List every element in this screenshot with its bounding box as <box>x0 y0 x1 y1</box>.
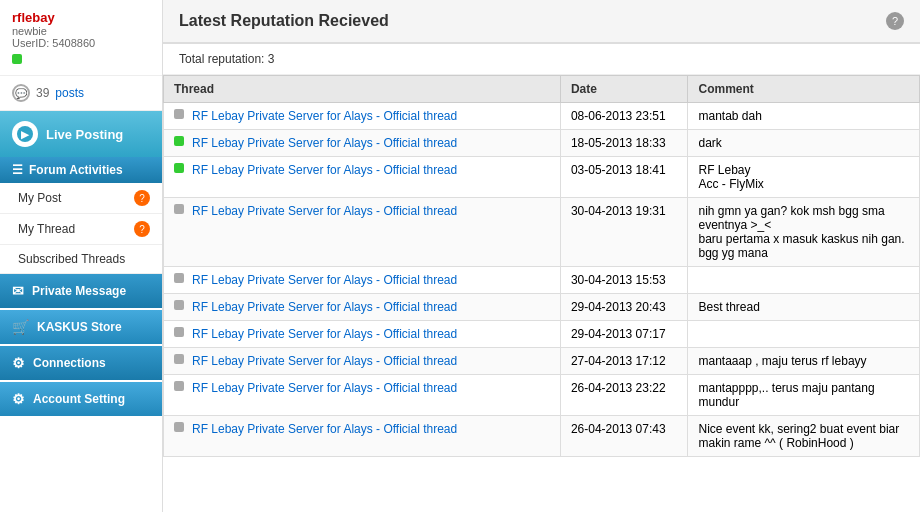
help-icon[interactable]: ? <box>886 12 904 30</box>
status-dot-green <box>12 54 22 64</box>
table-row: RF Lebay Private Server for Alays - Offi… <box>164 198 920 267</box>
thread-link[interactable]: RF Lebay Private Server for Alays - Offi… <box>192 136 457 150</box>
username: rflebay <box>12 10 150 25</box>
rep-dot <box>174 300 184 310</box>
date-cell: 29-04-2013 20:43 <box>560 294 688 321</box>
rep-dot <box>174 327 184 337</box>
account-setting-label: Account Setting <box>33 392 125 406</box>
posts-count: 39 <box>36 86 49 100</box>
private-message-icon: ✉ <box>12 283 24 299</box>
connections-icon: ⚙ <box>12 355 25 371</box>
posts-section: 💬 39 posts <box>0 76 162 111</box>
date-cell: 27-04-2013 17:12 <box>560 348 688 375</box>
kaskus-store-icon: 🛒 <box>12 319 29 335</box>
comment-cell: mantab dah <box>688 103 920 130</box>
sidebar-item-my-thread[interactable]: My Thread ? <box>0 214 162 245</box>
account-setting-button[interactable]: ⚙ Account Setting <box>0 382 162 416</box>
my-post-badge: ? <box>134 190 150 206</box>
kaskus-store-label: KASKUS Store <box>37 320 122 334</box>
live-posting-icon: ▶ <box>12 121 38 147</box>
rep-dot <box>174 422 184 432</box>
connections-label: Connections <box>33 356 106 370</box>
col-comment: Comment <box>688 76 920 103</box>
comment-cell: Best thread <box>688 294 920 321</box>
thread-link[interactable]: RF Lebay Private Server for Alays - Offi… <box>192 109 457 123</box>
thread-link[interactable]: RF Lebay Private Server for Alays - Offi… <box>192 354 457 368</box>
thread-link[interactable]: RF Lebay Private Server for Alays - Offi… <box>192 273 457 287</box>
date-cell: 18-05-2013 18:33 <box>560 130 688 157</box>
connections-button[interactable]: ⚙ Connections <box>0 346 162 380</box>
date-cell: 26-04-2013 23:22 <box>560 375 688 416</box>
comment-cell <box>688 321 920 348</box>
date-cell: 08-06-2013 23:51 <box>560 103 688 130</box>
posts-link[interactable]: posts <box>55 86 84 100</box>
comment-cell: RF LebayAcc - FlyMix <box>688 157 920 198</box>
date-cell: 03-05-2013 18:41 <box>560 157 688 198</box>
table-row: RF Lebay Private Server for Alays - Offi… <box>164 416 920 457</box>
table-row: RF Lebay Private Server for Alays - Offi… <box>164 294 920 321</box>
user-status <box>12 53 150 67</box>
user-role: newbie <box>12 25 150 37</box>
comment-cell: mantapppp,.. terus maju pantang mundur <box>688 375 920 416</box>
my-post-label: My Post <box>18 191 61 205</box>
table-row: RF Lebay Private Server for Alays - Offi… <box>164 267 920 294</box>
table-row: RF Lebay Private Server for Alays - Offi… <box>164 375 920 416</box>
date-cell: 30-04-2013 19:31 <box>560 198 688 267</box>
page-title: Latest Reputation Recieved <box>179 12 389 30</box>
total-reputation: Total reputation: 3 <box>163 44 920 75</box>
rep-dot <box>174 109 184 119</box>
rep-dot <box>174 354 184 364</box>
my-thread-label: My Thread <box>18 222 75 236</box>
forum-activities-header: ☰ Forum Activities <box>0 157 162 183</box>
table-row: RF Lebay Private Server for Alays - Offi… <box>164 321 920 348</box>
live-posting-icon-inner: ▶ <box>17 126 33 142</box>
thread-link[interactable]: RF Lebay Private Server for Alays - Offi… <box>192 300 457 314</box>
posts-icon: 💬 <box>12 84 30 102</box>
table-row: RF Lebay Private Server for Alays - Offi… <box>164 130 920 157</box>
sidebar-item-subscribed-threads[interactable]: Subscribed Threads <box>0 245 162 274</box>
rep-dot <box>174 381 184 391</box>
date-cell: 30-04-2013 15:53 <box>560 267 688 294</box>
table-row: RF Lebay Private Server for Alays - Offi… <box>164 103 920 130</box>
kaskus-store-button[interactable]: 🛒 KASKUS Store <box>0 310 162 344</box>
live-posting-label: Live Posting <box>46 127 123 142</box>
my-thread-badge: ? <box>134 221 150 237</box>
table-row: RF Lebay Private Server for Alays - Offi… <box>164 348 920 375</box>
thread-link[interactable]: RF Lebay Private Server for Alays - Offi… <box>192 327 457 341</box>
col-thread: Thread <box>164 76 561 103</box>
account-setting-icon: ⚙ <box>12 391 25 407</box>
rep-dot <box>174 136 184 146</box>
main-content: Latest Reputation Recieved ? Total reput… <box>163 0 920 512</box>
user-info: rflebay newbie UserID: 5408860 <box>0 0 162 76</box>
col-date: Date <box>560 76 688 103</box>
main-header: Latest Reputation Recieved ? <box>163 0 920 44</box>
comment-cell: dark <box>688 130 920 157</box>
rep-dot <box>174 204 184 214</box>
comment-cell: mantaaap , maju terus rf lebayy <box>688 348 920 375</box>
date-cell: 26-04-2013 07:43 <box>560 416 688 457</box>
comment-cell <box>688 267 920 294</box>
date-cell: 29-04-2013 07:17 <box>560 321 688 348</box>
user-id: UserID: 5408860 <box>12 37 150 49</box>
reputation-table: Thread Date Comment RF Lebay Private Ser… <box>163 75 920 457</box>
table-row: RF Lebay Private Server for Alays - Offi… <box>164 157 920 198</box>
comment-cell: Nice event kk, sering2 buat event biar m… <box>688 416 920 457</box>
thread-link[interactable]: RF Lebay Private Server for Alays - Offi… <box>192 163 457 177</box>
live-posting-button[interactable]: ▶ Live Posting <box>0 111 162 157</box>
sidebar: rflebay newbie UserID: 5408860 💬 39 post… <box>0 0 163 512</box>
subscribed-threads-label: Subscribed Threads <box>18 252 125 266</box>
comment-cell: nih gmn ya gan? kok msh bgg sma eventnya… <box>688 198 920 267</box>
thread-link[interactable]: RF Lebay Private Server for Alays - Offi… <box>192 422 457 436</box>
thread-link[interactable]: RF Lebay Private Server for Alays - Offi… <box>192 381 457 395</box>
rep-dot <box>174 273 184 283</box>
rep-dot <box>174 163 184 173</box>
forum-activities-icon: ☰ <box>12 163 23 177</box>
private-message-button[interactable]: ✉ Private Message <box>0 274 162 308</box>
sidebar-item-my-post[interactable]: My Post ? <box>0 183 162 214</box>
private-message-label: Private Message <box>32 284 126 298</box>
thread-link[interactable]: RF Lebay Private Server for Alays - Offi… <box>192 204 457 218</box>
forum-activities-label: Forum Activities <box>29 163 123 177</box>
